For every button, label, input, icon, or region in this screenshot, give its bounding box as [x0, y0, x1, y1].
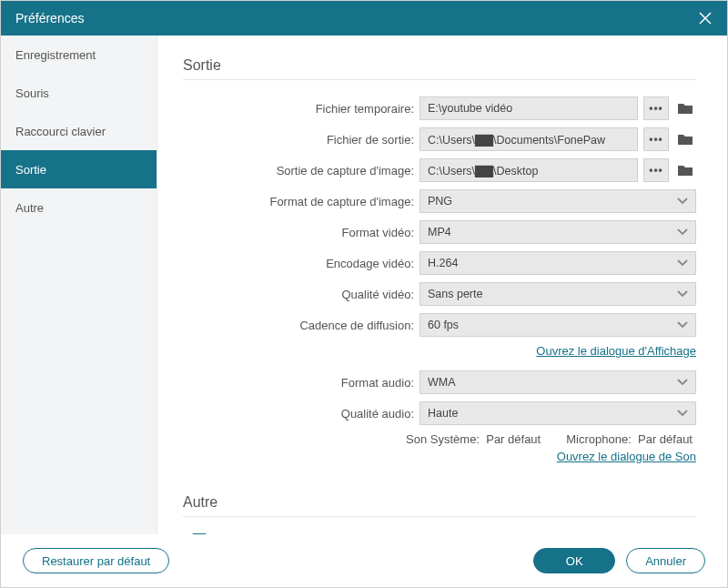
- mic-label: Microphone:: [566, 432, 632, 446]
- hw-accel-checkbox[interactable]: [192, 533, 207, 534]
- label-venc: Encodage vidéo:: [183, 257, 420, 270]
- chevron-down-icon: [677, 288, 688, 300]
- section-title-autre: Autre: [183, 494, 696, 511]
- browse-capture-button[interactable]: •••: [643, 158, 669, 182]
- scroll-area[interactable]: Sortie Fichier temporaire: ••• Fichier d…: [157, 35, 727, 534]
- label-temp: Fichier temporaire:: [183, 102, 420, 116]
- sidebar-item-souris[interactable]: Souris: [1, 74, 157, 112]
- syssound-value: Par défaut: [486, 432, 541, 446]
- capture-output-input[interactable]: [420, 158, 638, 182]
- label-vidfmt: Format vidéo:: [183, 226, 420, 239]
- ok-button[interactable]: OK: [533, 548, 615, 573]
- label-capfmt: Format de capture d'image:: [183, 195, 420, 208]
- titlebar: Préférences: [1, 1, 727, 35]
- open-capture-folder-icon[interactable]: [674, 159, 696, 181]
- mic-value: Par défaut: [638, 432, 693, 446]
- open-display-dialog-link[interactable]: Ouvrez le dialogue d'Affichage: [536, 344, 696, 358]
- section-title-sortie: Sortie: [183, 57, 696, 74]
- close-icon[interactable]: [698, 11, 713, 25]
- temp-file-input[interactable]: [420, 96, 638, 120]
- hw-accel-label: Activer l'accélération matérielle: [214, 534, 377, 535]
- open-sound-dialog-link[interactable]: Ouvrez le dialogue de Son: [557, 450, 696, 463]
- restore-defaults-button[interactable]: Restaurer par défaut: [23, 548, 169, 573]
- sidebar: Enregistrement Souris Raccourci clavier …: [1, 35, 157, 534]
- divider: [183, 79, 696, 80]
- browse-output-button[interactable]: •••: [643, 127, 669, 151]
- sidebar-item-raccourci[interactable]: Raccourci clavier: [1, 112, 157, 150]
- chevron-down-icon: [677, 257, 688, 269]
- cancel-button[interactable]: Annuler: [626, 548, 705, 573]
- label-aqual: Qualité audio:: [183, 407, 420, 421]
- output-file-input[interactable]: [420, 127, 638, 151]
- label-output: Fichier de sortie:: [183, 133, 420, 147]
- sidebar-item-enregistrement[interactable]: Enregistrement: [1, 35, 157, 74]
- chevron-down-icon: [677, 319, 688, 331]
- chevron-down-icon: [677, 195, 688, 208]
- label-afmt: Format audio:: [183, 376, 420, 390]
- label-capture: Sortie de capture d'image:: [183, 164, 420, 177]
- syssound-label: Son Système:: [406, 432, 480, 446]
- capture-format-select[interactable]: PNG: [420, 189, 696, 213]
- open-output-folder-icon[interactable]: [674, 128, 696, 150]
- sidebar-item-autre[interactable]: Autre: [1, 188, 157, 227]
- browse-temp-button[interactable]: •••: [643, 96, 669, 120]
- preferences-window: Préférences Enregistrement Souris Raccou…: [0, 0, 728, 588]
- open-temp-folder-icon[interactable]: [674, 97, 696, 119]
- audio-quality-select[interactable]: Haute: [420, 401, 696, 425]
- audio-format-select[interactable]: WMA: [420, 370, 696, 394]
- label-fps: Cadence de diffusion:: [183, 319, 420, 332]
- video-quality-select[interactable]: Sans perte: [420, 282, 696, 306]
- window-title: Préférences: [15, 11, 84, 25]
- footer: Restaurer par défaut OK Annuler: [1, 534, 727, 587]
- chevron-down-icon: [677, 376, 688, 389]
- chevron-down-icon: [677, 226, 688, 238]
- divider: [183, 516, 696, 517]
- video-encoding-select[interactable]: H.264: [420, 251, 696, 275]
- frame-rate-select[interactable]: 60 fps: [420, 313, 696, 337]
- chevron-down-icon: [677, 407, 688, 420]
- main-panel: Sortie Fichier temporaire: ••• Fichier d…: [157, 35, 727, 534]
- sidebar-item-sortie[interactable]: Sortie: [1, 150, 157, 188]
- label-vqual: Qualité vidéo:: [183, 288, 420, 301]
- video-format-select[interactable]: MP4: [420, 220, 696, 244]
